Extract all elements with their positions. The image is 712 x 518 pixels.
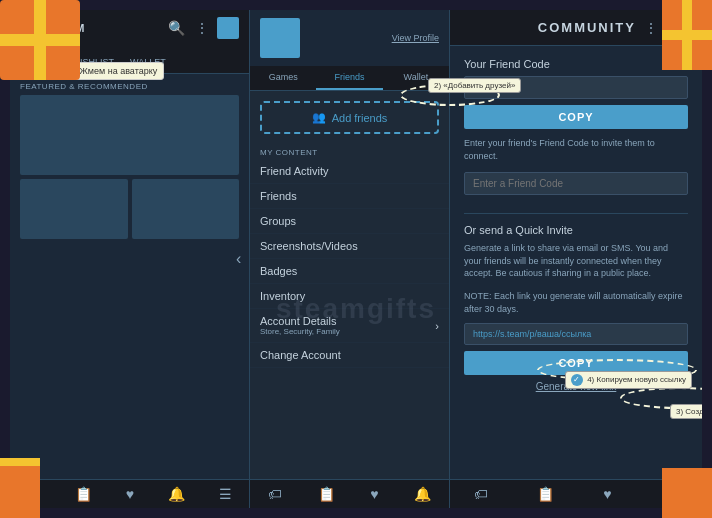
- friend-code-input[interactable]: [464, 76, 688, 99]
- chevron-right-icon: ›: [435, 320, 439, 332]
- right-panel: COMMUNITY ⋮ Your Friend Code COPY Enter …: [450, 10, 702, 508]
- invite-description: Enter your friend's Friend Code to invit…: [464, 137, 688, 162]
- list-item-groups[interactable]: Groups: [250, 209, 449, 234]
- list-item-badges[interactable]: Badges: [250, 259, 449, 284]
- my-content-label: MY CONTENT: [250, 144, 449, 159]
- com-nav-heart-icon[interactable]: ♥: [603, 486, 611, 502]
- link-field-container: [464, 323, 688, 345]
- quick-invite-desc: Generate a link to share via email or SM…: [464, 242, 688, 280]
- gift-decoration-top-left: [0, 0, 80, 80]
- nav-library-icon[interactable]: 📋: [75, 486, 92, 502]
- community-title: COMMUNITY: [464, 20, 636, 35]
- nav-bell-icon[interactable]: 🔔: [168, 486, 185, 502]
- friend-code-label: Your Friend Code: [464, 58, 688, 70]
- annotation-tooltip-3: 3) Создаем новую ссылку: [670, 404, 702, 419]
- com-nav-library-icon[interactable]: 📋: [537, 486, 554, 502]
- user-avatar[interactable]: [217, 17, 239, 39]
- gift-decoration-bottom-right: [662, 468, 712, 518]
- view-profile-button[interactable]: View Profile: [392, 33, 439, 43]
- quick-invite-section: Or send a Quick Invite Generate a link t…: [464, 224, 688, 392]
- account-details-sub: Store, Security, Family: [260, 327, 340, 336]
- back-arrow-icon[interactable]: ‹: [236, 250, 241, 268]
- tab-wallet[interactable]: Wallet: [383, 66, 449, 90]
- content-items-list: Friend Activity Friends Groups Screensho…: [250, 159, 449, 479]
- list-item-inventory[interactable]: Inventory: [250, 284, 449, 309]
- nav-hamburger-icon[interactable]: ☰: [219, 486, 232, 502]
- search-icon[interactable]: 🔍: [166, 18, 187, 38]
- community-content: Your Friend Code COPY Enter your friend'…: [450, 46, 702, 479]
- account-details-label: Account Details: [260, 315, 340, 327]
- tab-games[interactable]: Games: [250, 66, 316, 90]
- invite-link-input[interactable]: [464, 323, 688, 345]
- middle-bottom-nav: 🏷 📋 ♥ 🔔: [250, 479, 449, 508]
- nav-heart-icon[interactable]: ♥: [126, 486, 134, 502]
- mid-nav-library-icon[interactable]: 📋: [318, 486, 335, 502]
- list-item-change-account[interactable]: Change Account: [250, 343, 449, 368]
- left-content: FEATURED & RECOMMENDED: [10, 74, 249, 479]
- generate-link-button[interactable]: Generate new link: [464, 381, 688, 392]
- featured-item-2: [132, 179, 240, 239]
- left-panel: ⚙ STEAM 🔍 ⋮ MENU▾ WISHLIST WALLET 1) Жме…: [10, 10, 250, 508]
- copy-link-button[interactable]: COPY: [464, 351, 688, 375]
- gift-decoration-bottom-left: [0, 458, 40, 518]
- gift-decoration-top-right: [662, 0, 712, 70]
- profile-tabs: Games Friends Wallet: [250, 66, 449, 91]
- note-text: NOTE: Each link you generate will automa…: [464, 290, 688, 315]
- mid-nav-bell-icon[interactable]: 🔔: [414, 486, 431, 502]
- add-friends-label: Add friends: [332, 112, 388, 124]
- add-friends-icon: 👥: [312, 111, 326, 124]
- left-bottom-nav: 🏷 📋 ♥ 🔔 ☰: [10, 479, 249, 508]
- menu-dots-icon[interactable]: ⋮: [193, 18, 211, 38]
- community-menu-icon[interactable]: ⋮: [644, 20, 658, 36]
- featured-item-1: [20, 179, 128, 239]
- featured-item-wide: [20, 95, 239, 175]
- com-nav-store-icon[interactable]: 🏷: [474, 486, 488, 502]
- mid-nav-store-icon[interactable]: 🏷: [268, 486, 282, 502]
- profile-header: View Profile: [250, 10, 449, 66]
- list-item-account[interactable]: Account Details Store, Security, Family …: [250, 309, 449, 343]
- friend-code-section: Your Friend Code COPY Enter your friend'…: [464, 58, 688, 201]
- featured-grid: [10, 179, 249, 239]
- list-item-friend-activity[interactable]: Friend Activity: [250, 159, 449, 184]
- profile-avatar-image: [260, 18, 300, 58]
- main-container: steamgifts ⚙ STEAM 🔍 ⋮ MENU▾ WISHLIST WA…: [10, 10, 702, 508]
- enter-friend-code-input[interactable]: [464, 172, 688, 195]
- divider: [464, 213, 688, 214]
- mid-nav-heart-icon[interactable]: ♥: [370, 486, 378, 502]
- quick-invite-label: Or send a Quick Invite: [464, 224, 688, 236]
- copy-friend-code-button[interactable]: COPY: [464, 105, 688, 129]
- middle-panel: ‹ View Profile Games Friends Wallet 👥 Ad…: [250, 10, 450, 508]
- tab-friends[interactable]: Friends: [316, 66, 382, 90]
- add-friends-button[interactable]: 👥 Add friends: [260, 101, 439, 134]
- list-item-screenshots[interactable]: Screenshots/Videos: [250, 234, 449, 259]
- list-item-friends[interactable]: Friends: [250, 184, 449, 209]
